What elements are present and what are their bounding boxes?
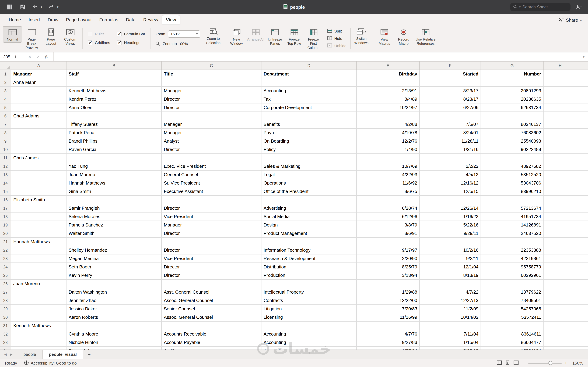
save-icon[interactable] xyxy=(19,3,26,10)
cell-title[interactable]: Director xyxy=(162,229,261,237)
cell-birthday[interactable]: Birthday xyxy=(357,70,420,78)
cell-number[interactable] xyxy=(481,112,544,120)
cell-manager[interactable] xyxy=(11,330,67,338)
cell-h[interactable] xyxy=(544,145,577,153)
cell-started[interactable]: 5/28/19 xyxy=(420,347,481,350)
cell-staff[interactable]: Brandi Phillips xyxy=(67,137,162,145)
cell-manager[interactable] xyxy=(11,254,67,262)
cell-h[interactable] xyxy=(544,263,577,271)
column-header-g[interactable]: G xyxy=(481,61,544,70)
cell-h[interactable] xyxy=(544,187,577,195)
cell-started[interactable] xyxy=(420,78,481,86)
cell-manager[interactable]: Juan Moreno xyxy=(11,280,67,288)
cell-title[interactable] xyxy=(162,280,261,288)
sheet-prev-icon[interactable]: ◀ xyxy=(4,352,7,356)
cell-manager[interactable]: Anna Mann xyxy=(11,78,67,86)
cell-h[interactable] xyxy=(544,288,577,296)
tab-view[interactable]: View xyxy=(162,15,180,25)
cell-title[interactable]: Vice President xyxy=(162,213,261,221)
cell-birthday[interactable] xyxy=(357,196,420,204)
cell-staff[interactable] xyxy=(67,78,162,86)
cell-started[interactable]: 1/15/04 xyxy=(420,338,481,346)
cell-birthday[interactable]: 1/4/90 xyxy=(357,145,420,153)
cell-staff[interactable]: Patrick Pena xyxy=(67,129,162,137)
cell-title[interactable]: Assoc. General Counsel xyxy=(162,313,261,321)
cell-manager[interactable] xyxy=(11,221,67,229)
row-number[interactable]: 7 xyxy=(0,120,11,128)
cell-h[interactable] xyxy=(544,280,577,288)
cell-staff[interactable]: Shelley Hernandez xyxy=(67,246,162,254)
tab-draw[interactable]: Draw xyxy=(44,15,62,25)
cell-manager[interactable] xyxy=(11,204,67,212)
cell-h[interactable] xyxy=(544,213,577,221)
freeze-first-column-button[interactable]: Freeze First Column xyxy=(304,26,323,51)
cell-birthday[interactable]: 6/28/74 xyxy=(357,204,420,212)
cell-started[interactable]: 7/5/07 xyxy=(420,120,481,128)
row-number[interactable]: 16 xyxy=(0,196,11,204)
column-header-c[interactable]: C xyxy=(162,61,261,70)
cell-department[interactable]: Operations xyxy=(261,179,357,187)
insert-function-icon[interactable]: fx xyxy=(45,54,48,60)
cell-birthday[interactable]: 4/22/93 xyxy=(357,171,420,179)
cell-started[interactable]: 3/23/17 xyxy=(420,87,481,95)
cell-birthday[interactable] xyxy=(357,154,420,162)
cell-h[interactable] xyxy=(544,271,577,279)
cell-title[interactable]: Director xyxy=(162,204,261,212)
column-header-f[interactable]: F xyxy=(420,61,481,70)
cell-started[interactable]: 5/22/16 xyxy=(420,221,481,229)
cell-manager[interactable] xyxy=(11,120,67,128)
sheet-tab-people[interactable]: people xyxy=(17,350,43,359)
arrange-all-button[interactable]: Arrange All xyxy=(246,26,265,43)
cell-title[interactable]: Vice President xyxy=(162,254,261,262)
cell-started[interactable]: 8/24/01 xyxy=(420,129,481,137)
cell-title[interactable]: Manager xyxy=(162,87,261,95)
tab-formulas[interactable]: Formulas xyxy=(95,15,122,25)
cell-started[interactable]: 9/2/11 xyxy=(420,254,481,262)
cell-started[interactable]: 4/5/12 xyxy=(420,171,481,179)
hide-button[interactable]: Hide xyxy=(327,36,346,41)
tab-review[interactable]: Review xyxy=(139,15,162,25)
cell-staff[interactable] xyxy=(67,112,162,120)
cell-staff[interactable]: Tiffany Johnston xyxy=(67,347,162,350)
cell-department[interactable]: Tax xyxy=(261,95,357,103)
cell-started[interactable]: 1/31/16 xyxy=(420,145,481,153)
column-header-d[interactable]: D xyxy=(261,61,357,70)
cell-title[interactable]: Director xyxy=(162,263,261,271)
cell-started[interactable]: 6/27/06 xyxy=(420,103,481,111)
cell-department[interactable]: Design xyxy=(261,221,357,229)
view-macros-button[interactable]: View Macros xyxy=(375,26,394,47)
cell-staff[interactable] xyxy=(67,196,162,204)
formula-bar-checkbox[interactable]: Formula Bar xyxy=(117,32,145,36)
cell-staff[interactable]: Anna Olsen xyxy=(67,103,162,111)
cell-department[interactable]: Distribution xyxy=(261,263,357,271)
cell-manager[interactable] xyxy=(11,87,67,95)
cell-number[interactable] xyxy=(481,78,544,86)
cell-manager[interactable]: Hannah Matthews xyxy=(11,238,67,246)
cell-number[interactable] xyxy=(481,196,544,204)
cell-department[interactable] xyxy=(261,322,357,330)
cell-title[interactable]: Senior Counsel xyxy=(162,305,261,313)
cell-number[interactable]: 83996210 xyxy=(481,187,544,195)
cell-number[interactable]: 41951734 xyxy=(481,213,544,221)
cell-department[interactable]: Accounting xyxy=(261,338,357,346)
zoom-level[interactable]: 150% xyxy=(571,360,583,366)
cell-number[interactable]: 42219861 xyxy=(481,254,544,262)
cell-department[interactable]: Accounting xyxy=(261,87,357,95)
cell-started[interactable] xyxy=(420,196,481,204)
cell-manager[interactable] xyxy=(11,171,67,179)
cell-birthday[interactable]: 7/20/83 xyxy=(357,305,420,313)
cell-staff[interactable]: Gina Smith xyxy=(67,187,162,195)
toolbar-more-icon[interactable]: ▾ xyxy=(57,5,59,9)
cell-number[interactable]: 95758779 xyxy=(481,263,544,271)
row-number[interactable]: 8 xyxy=(0,129,11,137)
cell-number[interactable]: 83614611 xyxy=(481,330,544,338)
cell-staff[interactable]: Raven Garcia xyxy=(67,145,162,153)
cell-title[interactable]: General Counsel xyxy=(162,171,261,179)
cell-manager[interactable] xyxy=(11,145,67,153)
sheet-next-icon[interactable]: ▶ xyxy=(10,352,13,356)
column-header-e[interactable]: E xyxy=(357,61,420,70)
cell-number[interactable]: 22353388 xyxy=(481,246,544,254)
cell-manager[interactable] xyxy=(11,338,67,346)
cell-h[interactable] xyxy=(544,296,577,304)
name-box[interactable]: J35 ▲▼ xyxy=(0,52,23,61)
